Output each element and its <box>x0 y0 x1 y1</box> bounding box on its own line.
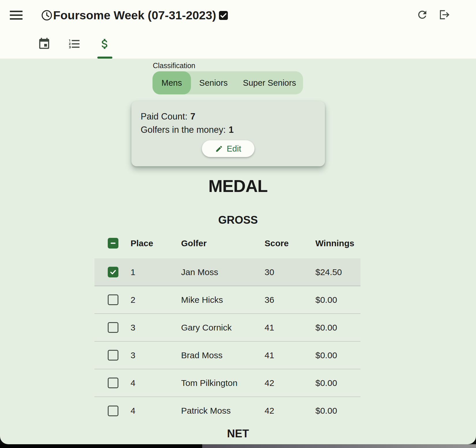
golfer-cell: Tom Pilkington <box>181 378 265 388</box>
score-cell: 36 <box>265 295 315 305</box>
checked-box-icon[interactable] <box>218 10 229 21</box>
row-checkbox[interactable] <box>108 378 118 388</box>
segment-super-seniors[interactable]: Super Seniors <box>236 71 303 94</box>
tab-scoring[interactable] <box>59 29 90 59</box>
table-row[interactable]: 2 Mike Hicks 36 $0.00 <box>94 286 360 314</box>
golfer-cell: Mike Hicks <box>181 295 265 305</box>
segment-seniors[interactable]: Seniors <box>191 71 236 94</box>
refresh-icon <box>416 9 428 21</box>
segment-mens[interactable]: Mens <box>153 71 191 94</box>
golfer-cell: Gary Cornick <box>181 323 265 333</box>
gross-section-heading: GROSS <box>0 214 476 226</box>
row-checkbox[interactable] <box>108 350 118 361</box>
classification-label: Classification <box>153 61 195 70</box>
results-table: Place Golfer Score Winnings 1 Jan Moss 3… <box>94 228 360 425</box>
table-row[interactable]: 3 Brad Moss 41 $0.00 <box>94 341 360 369</box>
place-cell: 3 <box>131 323 181 333</box>
header-golfer: Golfer <box>181 238 265 248</box>
row-checkbox[interactable] <box>108 406 118 416</box>
table-header-row: Place Golfer Score Winnings <box>94 228 360 258</box>
winnings-cell: $0.00 <box>315 295 360 305</box>
tab-payouts[interactable] <box>90 29 120 59</box>
in-money-line: Golfers in the money: 1 <box>141 125 234 135</box>
place-cell: 2 <box>131 295 181 305</box>
row-checkbox[interactable] <box>108 267 118 277</box>
table-row[interactable]: 1 Jan Moss 30 $24.50 <box>94 258 360 286</box>
score-cell: 30 <box>265 267 315 277</box>
page-title: Foursome Week (07-31-2023) <box>53 9 216 22</box>
logout-icon <box>438 9 450 21</box>
winnings-cell: $24.50 <box>315 267 360 277</box>
table-row[interactable]: 4 Tom Pilkington 42 $0.00 <box>94 369 360 397</box>
header-place: Place <box>131 238 181 248</box>
dollar-icon <box>98 37 111 51</box>
scrollbar-thumb[interactable] <box>202 444 476 448</box>
edit-button[interactable]: Edit <box>202 140 254 157</box>
paid-count-line: Paid Count: 7 <box>141 111 195 122</box>
row-checkbox[interactable] <box>108 294 118 305</box>
pencil-icon <box>215 145 223 153</box>
score-cell: 41 <box>265 350 315 360</box>
net-section-heading: NET <box>0 428 476 440</box>
menu-icon <box>10 10 23 20</box>
header-winnings: Winnings <box>315 238 360 248</box>
paid-count-value: 7 <box>190 111 195 122</box>
clock-icon <box>41 9 53 21</box>
menu-button[interactable] <box>10 10 23 21</box>
edit-button-label: Edit <box>227 144 241 154</box>
golfer-cell: Brad Moss <box>181 350 265 360</box>
calendar-icon <box>38 37 51 51</box>
bottom-scrollbar-track <box>0 444 476 448</box>
place-cell: 1 <box>131 267 181 277</box>
golfer-cell: Patrick Moss <box>181 406 265 416</box>
tab-bar <box>29 29 120 59</box>
header-score: Score <box>265 238 315 248</box>
top-app-bar: Foursome Week (07-31-2023) <box>0 0 476 59</box>
select-all-checkbox[interactable] <box>108 238 118 249</box>
row-checkbox[interactable] <box>108 322 118 333</box>
event-title-group: Foursome Week (07-31-2023) <box>41 7 229 24</box>
logout-button[interactable] <box>438 9 450 21</box>
winnings-cell: $0.00 <box>315 350 360 360</box>
place-cell: 4 <box>131 378 181 388</box>
winnings-cell: $0.00 <box>315 323 360 333</box>
winnings-cell: $0.00 <box>315 406 360 416</box>
tab-rounds[interactable] <box>29 29 59 59</box>
place-cell: 3 <box>131 350 181 360</box>
in-money-label: Golfers in the money: <box>141 125 226 135</box>
refresh-button[interactable] <box>416 9 428 21</box>
payouts-panel: Classification Mens Seniors Super Senior… <box>0 59 476 444</box>
classification-toggle: Mens Seniors Super Seniors <box>153 71 303 94</box>
table-row[interactable]: 3 Gary Cornick 41 $0.00 <box>94 314 360 341</box>
in-money-value: 1 <box>229 125 234 135</box>
score-cell: 42 <box>265 406 315 416</box>
paid-count-label: Paid Count: <box>141 111 187 122</box>
event-type-heading: MEDAL <box>0 176 476 196</box>
golfer-cell: Jan Moss <box>181 267 265 277</box>
table-row[interactable]: 4 Patrick Moss 42 $0.00 <box>94 397 360 425</box>
numbered-list-icon <box>68 37 81 51</box>
payout-summary-card: Paid Count: 7 Golfers in the money: 1 Ed… <box>131 101 325 166</box>
app-screen: Foursome Week (07-31-2023) <box>0 0 476 448</box>
score-cell: 42 <box>265 378 315 388</box>
score-cell: 41 <box>265 323 315 333</box>
winnings-cell: $0.00 <box>315 378 360 388</box>
place-cell: 4 <box>131 406 181 416</box>
